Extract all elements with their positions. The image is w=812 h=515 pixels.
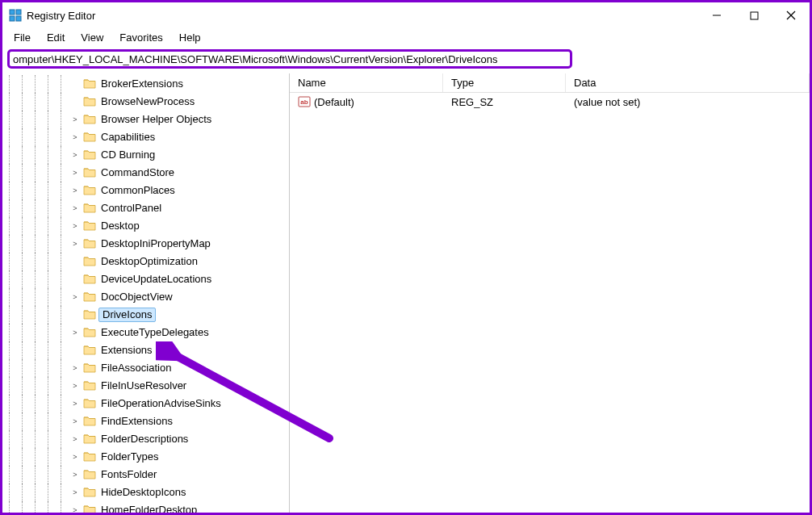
folder-icon: [83, 95, 96, 108]
menu-view[interactable]: View: [73, 30, 111, 45]
tree-item-label: FolderTypes: [98, 448, 161, 466]
expander-icon[interactable]: >: [69, 359, 81, 377]
expander-icon[interactable]: >: [69, 484, 81, 501]
tree-item-label: FontsFolder: [98, 466, 159, 484]
folder-icon: [83, 362, 96, 375]
folder-icon: [83, 184, 96, 197]
menu-file[interactable]: File: [6, 30, 39, 45]
list-pane[interactable]: Name Type Data ab(Default)REG_SZ(value n…: [290, 73, 810, 513]
value-type: REG_SZ: [443, 96, 566, 108]
string-value-icon: ab: [298, 95, 311, 108]
tree-item[interactable]: >FileOperationAdviseSinks: [2, 395, 289, 412]
minimize-button[interactable]: [698, 2, 735, 28]
folder-icon: [83, 237, 96, 250]
tree-item[interactable]: >FolderTypes: [2, 448, 289, 466]
tree-item-label: FileInUseResolver: [98, 377, 189, 395]
tree-item-label: DesktopIniPropertyMap: [98, 235, 213, 253]
tree-item[interactable]: DriveIcons: [2, 306, 289, 324]
expander-icon[interactable]: >: [69, 146, 81, 164]
tree-item[interactable]: >FolderDescriptions: [2, 430, 289, 448]
expander-icon[interactable]: >: [69, 182, 81, 199]
folder-icon: [83, 450, 96, 463]
folder-icon: [83, 326, 96, 339]
expander-icon[interactable]: >: [69, 128, 81, 146]
expander-icon[interactable]: >: [69, 412, 81, 430]
folder-icon: [83, 149, 96, 161]
tree-item-label: DocObjectView: [98, 288, 175, 306]
tree-item[interactable]: >FileInUseResolver: [2, 377, 289, 395]
expander-icon[interactable]: >: [69, 235, 81, 253]
maximize-button[interactable]: [735, 2, 772, 28]
tree-item[interactable]: >CD Burning: [2, 146, 289, 164]
tree-item[interactable]: >HideDesktopIcons: [2, 484, 289, 501]
tree-item[interactable]: BrokerExtensions: [2, 75, 289, 93]
tree-item-label: DriveIcons: [98, 308, 156, 322]
folder-icon: [83, 397, 96, 410]
tree-item[interactable]: >CommandStore: [2, 164, 289, 182]
tree-item-label: HideDesktopIcons: [98, 484, 189, 501]
expander-icon[interactable]: >: [69, 377, 81, 395]
tree-item[interactable]: Extensions: [2, 341, 289, 359]
window-frame: Registry Editor File Edit View Favorites…: [0, 0, 812, 515]
folder-icon: [83, 166, 96, 179]
expander-icon[interactable]: >: [69, 395, 81, 412]
folder-icon: [83, 255, 96, 268]
menu-favorites[interactable]: Favorites: [111, 30, 170, 45]
expander-icon[interactable]: >: [69, 199, 81, 217]
address-path: omputer\HKEY_LOCAL_MACHINE\SOFTWARE\Micr…: [13, 53, 498, 65]
tree-item[interactable]: >HomeFolderDesktop: [2, 501, 289, 513]
value-row[interactable]: ab(Default)REG_SZ(value not set): [290, 93, 810, 111]
tree-item[interactable]: >FileAssociation: [2, 359, 289, 377]
column-data[interactable]: Data: [566, 73, 810, 92]
menu-help[interactable]: Help: [171, 30, 209, 45]
value-name: (Default): [314, 96, 354, 108]
tree-item-label: ExecuteTypeDelegates: [98, 324, 211, 341]
tree-item[interactable]: >DesktopIniPropertyMap: [2, 235, 289, 253]
expander-icon[interactable]: >: [69, 466, 81, 484]
tree: BrokerExtensionsBrowseNewProcess>Browser…: [2, 75, 289, 513]
folder-icon: [83, 273, 96, 286]
tree-item[interactable]: >FontsFolder: [2, 466, 289, 484]
tree-item-label: FindExtensions: [98, 412, 175, 430]
tree-item[interactable]: >ExecuteTypeDelegates: [2, 324, 289, 341]
menu-edit[interactable]: Edit: [39, 30, 73, 45]
expander-icon[interactable]: >: [69, 430, 81, 448]
titlebar: Registry Editor: [2, 2, 810, 28]
folder-icon: [83, 202, 96, 215]
column-type[interactable]: Type: [443, 73, 566, 92]
main-area: BrokerExtensionsBrowseNewProcess>Browser…: [2, 73, 810, 513]
tree-pane[interactable]: BrokerExtensionsBrowseNewProcess>Browser…: [2, 73, 290, 513]
expander-icon[interactable]: >: [69, 217, 81, 235]
folder-icon: [83, 433, 96, 446]
tree-item[interactable]: >Desktop: [2, 217, 289, 235]
folder-icon: [83, 486, 96, 499]
folder-icon: [83, 308, 96, 321]
address-input[interactable]: omputer\HKEY_LOCAL_MACHINE\SOFTWARE\Micr…: [7, 49, 572, 69]
column-name[interactable]: Name: [290, 73, 443, 92]
tree-item[interactable]: >DocObjectView: [2, 288, 289, 306]
svg-text:ab: ab: [300, 98, 308, 106]
tree-item-label: FolderDescriptions: [98, 430, 190, 448]
list-rows: ab(Default)REG_SZ(value not set): [290, 93, 810, 111]
expander-icon[interactable]: >: [69, 111, 81, 128]
expander-icon[interactable]: >: [69, 288, 81, 306]
folder-icon: [83, 504, 96, 513]
folder-icon: [83, 468, 96, 481]
tree-item[interactable]: >CommonPlaces: [2, 182, 289, 199]
close-button[interactable]: [772, 2, 810, 28]
svg-rect-3: [16, 16, 21, 21]
expander-icon[interactable]: >: [69, 324, 81, 341]
tree-item[interactable]: >Browser Helper Objects: [2, 111, 289, 128]
tree-item[interactable]: >Capabilities: [2, 128, 289, 146]
expander-icon[interactable]: >: [69, 164, 81, 182]
tree-item[interactable]: BrowseNewProcess: [2, 93, 289, 111]
tree-item[interactable]: DeviceUpdateLocations: [2, 270, 289, 288]
expander-icon[interactable]: >: [69, 448, 81, 466]
tree-item[interactable]: DesktopOptimization: [2, 253, 289, 270]
expander-icon[interactable]: >: [69, 501, 81, 513]
folder-icon: [83, 113, 96, 126]
folder-icon: [83, 344, 96, 357]
tree-item[interactable]: >ControlPanel: [2, 199, 289, 217]
folder-icon: [83, 415, 96, 428]
tree-item[interactable]: >FindExtensions: [2, 412, 289, 430]
